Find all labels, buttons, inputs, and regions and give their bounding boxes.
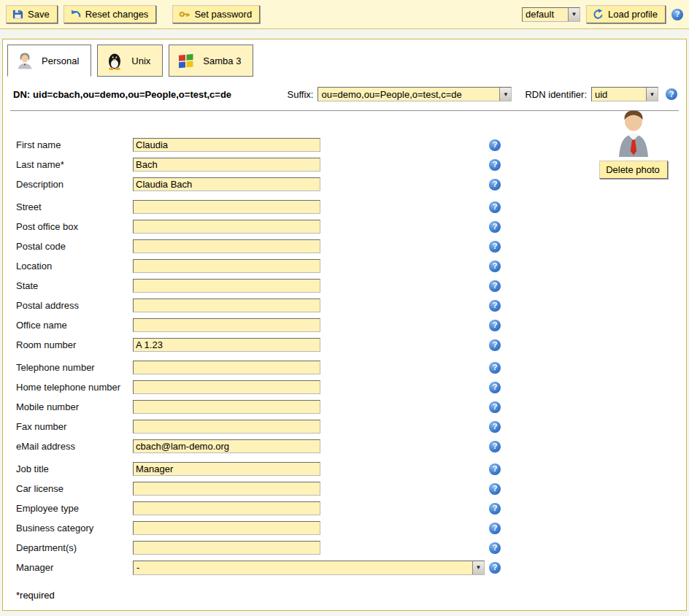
input-cell [133,318,485,332]
set-password-button[interactable]: Set password [172,5,260,23]
field-input[interactable] [133,501,320,515]
input-cell [133,541,485,555]
field-input[interactable] [133,239,320,253]
help-icon[interactable]: ? [489,179,501,190]
field-input[interactable] [133,439,320,453]
person-icon [15,51,34,70]
tab-samba3[interactable]: Samba 3 [169,45,253,77]
form-row: Postal code? [16,236,686,256]
input-cell: -▼ [133,561,485,575]
help-icon[interactable]: ? [489,401,501,413]
input-cell [133,158,485,172]
field-label: Employee type [16,503,133,514]
suffix-select[interactable]: ou=demo,ou=People,o=test,c=de ▼ [317,87,512,101]
input-cell [133,239,485,253]
help-icon[interactable]: ? [489,201,501,213]
dropdown-arrow-icon[interactable]: ▼ [499,88,511,101]
help-icon[interactable]: ? [489,523,501,534]
field-input[interactable] [133,158,320,172]
field-label: State [16,280,133,291]
field-label: Postal address [16,300,133,311]
form-row: Post office box? [16,217,686,236]
input-cell [133,200,485,214]
field-input[interactable] [133,420,320,434]
dropdown-arrow-icon[interactable]: ▼ [568,8,580,21]
field-input[interactable] [133,318,320,332]
dn-text: DN:uid=cbach,ou=demo,ou=People,o=test,c=… [13,89,231,100]
load-profile-button[interactable]: Load profile [586,5,666,23]
help-icon[interactable]: ? [489,241,501,253]
field-label: Business category [16,523,133,534]
field-select[interactable]: -▼ [133,561,485,575]
help-icon[interactable]: ? [489,542,501,554]
field-label: Car license [16,483,133,494]
field-input[interactable] [133,220,320,234]
input-cell [133,338,485,352]
field-label: First name [16,139,133,150]
field-input[interactable] [133,299,320,312]
input-cell [133,279,485,293]
dropdown-arrow-icon[interactable]: ▼ [646,88,658,101]
help-icon[interactable]: ? [489,441,501,453]
field-input[interactable] [133,200,320,214]
help-icon[interactable]: ? [489,339,501,351]
field-label: Room number [16,339,133,350]
save-button[interactable]: Save [6,5,58,23]
field-input[interactable] [133,541,320,555]
help-icon[interactable]: ? [489,483,501,495]
dropdown-arrow-icon[interactable]: ▼ [472,561,484,574]
form-row: First name? [16,135,686,155]
form-row: Description? [16,174,686,194]
form-row: Street? [16,197,686,217]
help-icon[interactable]: ? [489,159,501,171]
form-row: Last name*? [16,155,686,174]
field-input[interactable] [133,400,320,414]
help-icon[interactable]: ? [489,280,501,292]
rdn-select[interactable]: uid ▼ [591,87,658,101]
field-label: Fax number [16,421,133,432]
reset-changes-button[interactable]: Reset changes [63,5,157,23]
help-icon[interactable]: ? [489,261,501,272]
input-cell [133,138,485,152]
help-icon[interactable]: ? [489,463,501,475]
form-row: Employee type? [16,498,686,518]
help-icon[interactable]: ? [671,9,683,20]
help-icon[interactable]: ? [489,139,501,151]
input-cell [133,361,485,374]
field-input[interactable] [133,259,320,273]
field-input[interactable] [133,462,320,476]
tab-unix[interactable]: Unix [97,45,163,77]
rdn-label: RDN identifier: [525,89,587,100]
load-profile-label: Load profile [608,9,658,20]
field-input[interactable] [133,482,320,496]
help-icon[interactable]: ? [489,300,501,312]
field-input[interactable] [133,521,320,535]
field-label: Street [16,201,133,212]
help-icon[interactable]: ? [489,362,501,374]
tab-personal[interactable]: Personal [7,45,91,77]
help-icon[interactable]: ? [489,503,501,515]
undo-icon [70,9,81,20]
set-password-label: Set password [194,9,252,20]
delete-photo-button[interactable]: Delete photo [599,161,668,179]
suffix-select-value: ou=demo,ou=People,o=test,c=de [318,89,499,100]
help-icon[interactable]: ? [489,382,501,393]
input-cell [133,380,485,394]
field-input[interactable] [133,361,320,374]
help-icon[interactable]: ? [489,221,501,233]
tab-unix-label: Unix [131,55,150,66]
help-icon[interactable]: ? [489,562,501,574]
form-row: State? [16,276,686,296]
field-input[interactable] [133,338,320,352]
profile-select[interactable]: default ▼ [522,7,580,22]
help-icon[interactable]: ? [666,88,677,100]
field-input[interactable] [133,138,320,152]
field-input[interactable] [133,279,320,293]
field-input[interactable] [133,177,320,191]
key-icon [179,9,190,20]
main-panel: Personal Unix Samba 3 DN:uid=cbach,ou=de… [2,39,687,611]
field-input[interactable] [133,380,320,394]
help-icon[interactable]: ? [489,421,501,433]
help-icon[interactable]: ? [489,320,501,331]
input-cell [133,420,485,434]
